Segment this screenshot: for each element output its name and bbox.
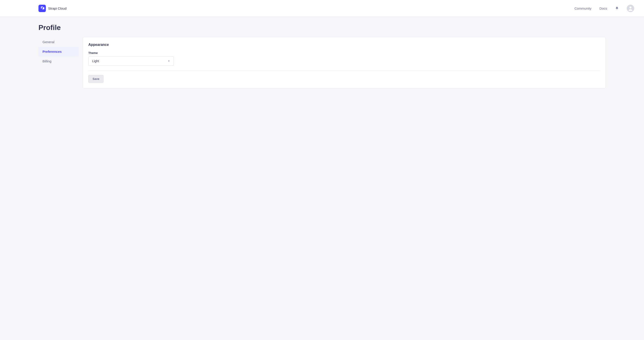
- sidebar-item-general[interactable]: General: [38, 37, 79, 47]
- theme-label: Theme: [88, 51, 600, 54]
- header: Strapi Cloud Community Docs: [0, 0, 644, 17]
- header-left: Strapi Cloud: [38, 5, 67, 12]
- header-right: Community Docs: [574, 5, 634, 12]
- product-name: Strapi Cloud: [48, 6, 67, 10]
- avatar-placeholder-icon: [627, 5, 634, 12]
- content-layout: General Preferences Billing Appearance T…: [38, 37, 606, 88]
- nav-docs[interactable]: Docs: [600, 6, 607, 10]
- bell-icon[interactable]: [615, 6, 619, 10]
- theme-select-value: Light: [92, 59, 99, 63]
- logo[interactable]: [38, 5, 46, 12]
- strapi-logo-icon: [40, 6, 44, 10]
- section-title: Appearance: [88, 43, 600, 47]
- save-button[interactable]: Save: [88, 75, 104, 83]
- divider: [88, 71, 600, 71]
- theme-select[interactable]: Light: [88, 56, 174, 66]
- avatar[interactable]: [627, 5, 634, 12]
- chevron-down-icon: [168, 60, 170, 62]
- sidebar: General Preferences Billing: [38, 37, 79, 88]
- preferences-panel: Appearance Theme Light Save: [83, 37, 606, 88]
- svg-point-1: [630, 6, 632, 8]
- sidebar-item-preferences[interactable]: Preferences: [38, 47, 79, 56]
- page-title: Profile: [38, 24, 606, 32]
- sidebar-item-billing[interactable]: Billing: [38, 56, 79, 66]
- theme-select-wrapper: Light: [88, 56, 174, 66]
- page: Profile General Preferences Billing Appe…: [0, 17, 644, 95]
- nav-community[interactable]: Community: [574, 6, 592, 10]
